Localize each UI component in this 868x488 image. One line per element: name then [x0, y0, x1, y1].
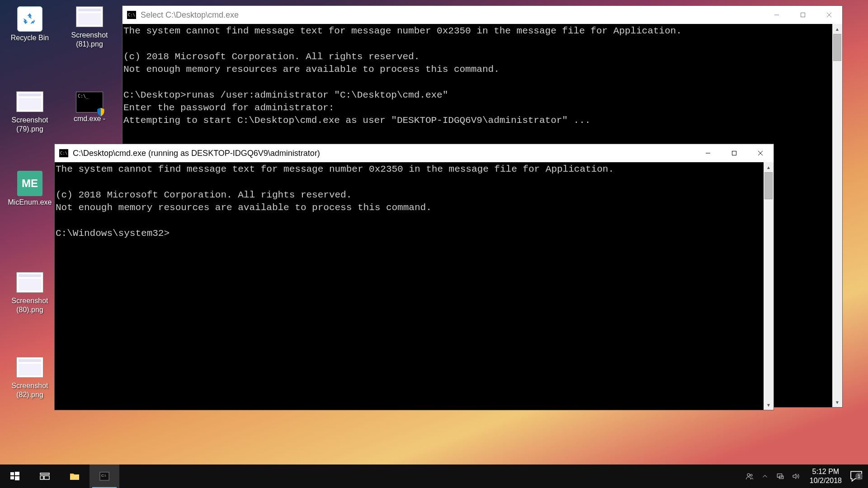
taskbar-cmd[interactable]: C:\	[90, 465, 119, 488]
taskbar-clock[interactable]: 5:12 PM 10/2/2018	[804, 467, 847, 485]
desktop-icon[interactable]: C:\_cmd.exe -	[66, 91, 113, 123]
scroll-thumb[interactable]	[833, 34, 841, 61]
terminal-output: The system cannot find message text for …	[55, 162, 764, 410]
cmd-window-2[interactable]: C:\ C:\Desktop\cmd.exe (running as DESKT…	[54, 144, 774, 410]
desktop-icon[interactable]: Screenshot (81).png	[66, 6, 113, 49]
desktop-icon[interactable]: MEMicEnum.exe	[6, 171, 53, 207]
svg-rect-5	[732, 151, 736, 155]
icon-label: Recycle Bin	[6, 33, 53, 42]
taskbar[interactable]: C:\ 5:12 PM 10/2/2018 1	[0, 465, 868, 488]
minimize-button[interactable]	[695, 144, 721, 162]
icon-label: Screenshot (82).png	[6, 381, 53, 399]
scroll-up-icon[interactable]: ▲	[832, 24, 842, 34]
task-view-button[interactable]	[30, 465, 60, 488]
terminal-area[interactable]: The system cannot find message text for …	[55, 162, 774, 410]
svg-point-17	[747, 474, 750, 476]
scrollbar[interactable]: ▲ ▼	[832, 24, 842, 407]
svg-rect-9	[15, 472, 19, 475]
desktop-icon[interactable]: Recycle Bin	[6, 6, 53, 42]
network-icon[interactable]	[774, 465, 787, 488]
icon-label: Screenshot (80).png	[6, 296, 53, 314]
svg-rect-8	[10, 472, 14, 475]
tray-chevron-up-icon[interactable]	[758, 465, 772, 488]
desktop-icon[interactable]: Screenshot (79).png	[6, 91, 53, 134]
svg-rect-10	[10, 476, 14, 479]
desktop-icon[interactable]: Screenshot (82).png	[6, 357, 53, 399]
svg-rect-11	[15, 476, 19, 480]
titlebar[interactable]: C:\ C:\Desktop\cmd.exe (running as DESKT…	[55, 144, 774, 162]
svg-text:C:\: C:\	[101, 474, 106, 478]
scrollbar[interactable]: ▲ ▼	[764, 162, 774, 410]
scroll-up-icon[interactable]: ▲	[764, 162, 774, 172]
icon-label: cmd.exe -	[66, 114, 113, 123]
volume-icon[interactable]	[789, 465, 802, 488]
close-button[interactable]	[816, 6, 842, 24]
start-button[interactable]	[0, 465, 30, 488]
icon-label: Screenshot (79).png	[6, 116, 53, 134]
icon-label: MicEnum.exe	[6, 198, 53, 207]
action-center-button[interactable]: 1	[849, 469, 863, 483]
window-title: Select C:\Desktop\cmd.exe	[141, 10, 239, 20]
titlebar[interactable]: C:\ Select C:\Desktop\cmd.exe	[123, 6, 842, 24]
scroll-down-icon[interactable]: ▼	[764, 400, 774, 410]
svg-rect-13	[40, 476, 43, 479]
svg-rect-19	[777, 474, 782, 478]
cmd-icon: C:\	[127, 11, 136, 19]
window-title: C:\Desktop\cmd.exe (running as DESKTOP-I…	[73, 149, 320, 158]
svg-rect-14	[44, 476, 49, 479]
clock-date: 10/2/2018	[810, 476, 842, 485]
taskbar-file-explorer[interactable]	[60, 465, 90, 488]
svg-point-18	[750, 474, 752, 477]
notification-badge: 1	[855, 473, 863, 480]
close-button[interactable]	[747, 144, 774, 162]
scroll-thumb[interactable]	[764, 172, 773, 199]
scroll-down-icon[interactable]: ▼	[832, 397, 842, 407]
desktop[interactable]: Recycle BinScreenshot (81).pngScreenshot…	[0, 0, 868, 488]
people-icon[interactable]	[743, 465, 756, 488]
minimize-button[interactable]	[764, 6, 790, 24]
maximize-button[interactable]	[790, 6, 816, 24]
clock-time: 5:12 PM	[810, 467, 842, 476]
svg-rect-12	[40, 473, 49, 474]
svg-rect-1	[801, 13, 805, 17]
cmd-icon: C:\	[59, 149, 68, 157]
icon-label: Screenshot (81).png	[66, 31, 113, 49]
desktop-icon[interactable]: Screenshot (80).png	[6, 272, 53, 314]
maximize-button[interactable]	[721, 144, 747, 162]
